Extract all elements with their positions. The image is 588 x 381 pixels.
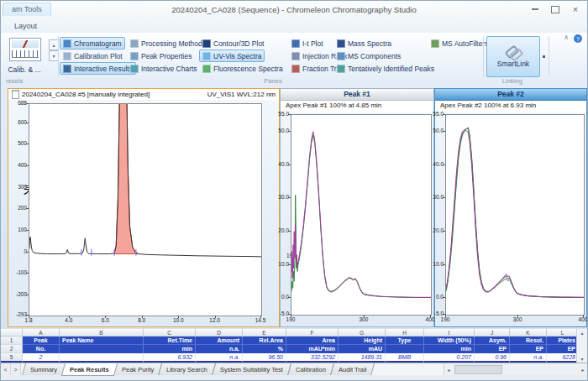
ribbon-item-ms-autofilters[interactable]: MS AutoFilters — [428, 37, 491, 50]
smartlink-dropdown-icon[interactable] — [543, 55, 545, 58]
ribbon-item-label: Mass Spectra — [348, 39, 391, 48]
column-letter-F: F — [286, 329, 339, 337]
axis-tick — [26, 230, 29, 231]
smartlink-button[interactable]: SmartLink — [486, 36, 540, 77]
chromatogram-canvas[interactable] — [29, 103, 262, 316]
data-cell-C[interactable]: 6.932 — [144, 353, 196, 363]
horizontal-scrollbar[interactable]: ◂ ▸ — [444, 363, 587, 376]
data-cell-E[interactable]: 96.50 — [243, 353, 286, 363]
y-tick-label: 0.0 — [430, 294, 444, 300]
sheet-tab-label: Audit Trail — [339, 366, 366, 373]
y-tick-label: 30.0 — [430, 194, 444, 201]
ribbon-item-label: Contour/3D Plot — [213, 39, 264, 48]
scroll-down-icon[interactable]: ▾ — [580, 355, 583, 363]
sheet-tab-peak-purity[interactable]: Peak Purity — [113, 363, 163, 376]
header-cell-B: Peak Name — [60, 337, 144, 345]
axis-tick — [443, 114, 445, 115]
results-grid: ABCDEFGHIJKL1PeakPeak NameRet.TimeAmount… — [1, 329, 579, 363]
ribbon-item-calibration-plot[interactable]: Calibration Plot — [60, 50, 126, 62]
ribbon-item-i-t-plot[interactable]: I-t Plot — [288, 37, 327, 50]
restore-button[interactable] — [547, 3, 564, 15]
tab-layout[interactable]: Layout — [8, 21, 44, 31]
peak1-spectrum-plot[interactable]: % nm Peak #1 50% at 4.79 min: 952.22 222… — [281, 111, 433, 326]
ribbon-item-ms-components[interactable]: MS Components — [333, 50, 404, 62]
ribbon-item-fluorescence-spectra[interactable]: Fluorescence Spectra — [199, 62, 286, 75]
group-label-presets: resets — [6, 77, 23, 85]
sheet-tab-summary[interactable]: Summary — [22, 363, 66, 376]
ribbon-item-interactive-results[interactable]: Interactive Results — [60, 62, 136, 75]
sheet-next-button[interactable]: > — [11, 363, 21, 376]
scroll-right-icon[interactable]: ▸ — [579, 367, 587, 373]
uv-vis-spectra-icon — [202, 52, 211, 60]
scroll-left-icon[interactable]: ◂ — [444, 367, 453, 373]
data-cell-B[interactable] — [60, 353, 144, 363]
y-tick-label: 55.0 — [430, 111, 444, 117]
sheet-prev-button[interactable]: < — [1, 363, 11, 376]
ribbon-item-label: Calibration Plot — [74, 52, 123, 60]
data-cell-J[interactable]: 0.96 — [475, 353, 510, 363]
tentatively-identified-peaks-icon — [337, 65, 345, 73]
data-cell-I[interactable]: 0.207 — [424, 353, 475, 363]
header-cell-G: Height — [339, 337, 386, 345]
scrollbar-thumb[interactable] — [454, 365, 502, 374]
close-button[interactable]: × — [567, 3, 584, 15]
axis-tick — [583, 315, 584, 317]
header-cell-C: Ret.Time — [144, 337, 196, 345]
y-tick-label: 40.0 — [430, 161, 444, 168]
axis-tick — [26, 187, 29, 188]
x-tick-label: 300 — [509, 316, 526, 323]
ribbon-item-contour-3d-plot[interactable]: Contour/3D Plot — [199, 37, 267, 50]
minimize-button[interactable] — [527, 3, 543, 15]
chromatogram-title-bar: 20240204_CA028 #5 [manually integrated] … — [8, 89, 279, 100]
ms-autofilters-icon — [431, 39, 439, 48]
sheet-tab-calibration[interactable]: Calibration — [287, 363, 334, 376]
axis-tick — [364, 315, 365, 317]
series-peak1-50pct-up — [291, 135, 431, 298]
axis-tick — [443, 264, 445, 265]
y-tick-label: 100 — [11, 227, 27, 233]
program-tools-tab[interactable]: am Tools — [3, 3, 51, 16]
ribbon-item-tentatively-identified-peaks[interactable]: Tentatively Identified Peaks — [333, 62, 438, 75]
table-vertical-scrollbar[interactable]: ▴ ▾ — [576, 329, 587, 363]
scroll-up-icon[interactable]: ▴ — [580, 329, 583, 337]
spectrum1-canvas[interactable] — [291, 114, 432, 316]
column-letter-B: B — [60, 329, 144, 337]
ribbon-item-interactive-charts[interactable]: Interactive Charts — [127, 62, 201, 75]
y-tick-label: 0.0 — [276, 294, 289, 300]
sheet-tabs: SummaryPeak ResultsPeak PurityLibrary Se… — [24, 363, 372, 376]
ribbon-item-uv-vis-spectra[interactable]: UV-Vis Spectra — [199, 50, 265, 62]
spectrum2-canvas[interactable] — [445, 114, 585, 316]
ribbon-divider — [483, 36, 484, 76]
axis-tick — [26, 273, 29, 274]
data-cell-D[interactable]: n.a. — [196, 353, 243, 363]
sheet-tab-peak-results[interactable]: Peak Results — [61, 363, 118, 376]
window-title: 20240204_CA028 (Sequence) - Chromeleon C… — [102, 5, 486, 14]
data-cell-F[interactable]: 332.5292 — [286, 353, 339, 363]
axis-tick — [288, 297, 291, 298]
data-cell-A[interactable]: 2 — [23, 353, 60, 363]
data-cell-H[interactable]: BMB — [386, 353, 424, 363]
ribbon-item-label: Peak Properties — [141, 52, 192, 60]
axis-tick — [443, 131, 445, 132]
ribbon-item-peak-properties[interactable]: Peak Properties — [127, 50, 195, 62]
ribbon-item-label: I-t Plot — [302, 39, 323, 48]
data-cell-K[interactable]: n.a. — [510, 353, 547, 363]
data-cell-G[interactable]: 1489.31 — [339, 353, 386, 363]
sheet-tab-library-search[interactable]: Library Search — [158, 363, 216, 376]
axis-tick — [288, 231, 291, 232]
interactive-charts-icon — [130, 65, 139, 73]
peak2-panel-header[interactable]: Peak #2 — [435, 89, 586, 101]
axis-tick — [443, 231, 445, 232]
sheet-tab-audit-trail[interactable]: Audit Trail — [330, 363, 375, 376]
ribbon-tab-row: Layout — [1, 19, 587, 34]
ribbon-item-processing-method[interactable]: Processing Method — [127, 37, 206, 50]
ribbon-item-chromatogram[interactable]: Chromatogram — [60, 37, 125, 50]
sheet-tab-system-suitability-test[interactable]: System Suitability Test — [212, 363, 291, 376]
peak1-panel-header[interactable]: Peak #1 — [281, 89, 433, 101]
ribbon-item-mass-spectra[interactable]: Mass Spectra — [333, 37, 395, 50]
data-cell-L[interactable]: 6228 — [547, 353, 579, 363]
axis-tick — [291, 315, 291, 317]
peak2-spectrum-plot[interactable]: % nm Peak #2 50% at 6.82 min: 988.34 223… — [435, 111, 586, 326]
ribbon-item-label: Chromatogram — [74, 39, 122, 48]
chromatogram-plot[interactable]: mAU min 2 - 6.932 1 - 4.853 未知杂质 M01 688… — [8, 100, 279, 326]
